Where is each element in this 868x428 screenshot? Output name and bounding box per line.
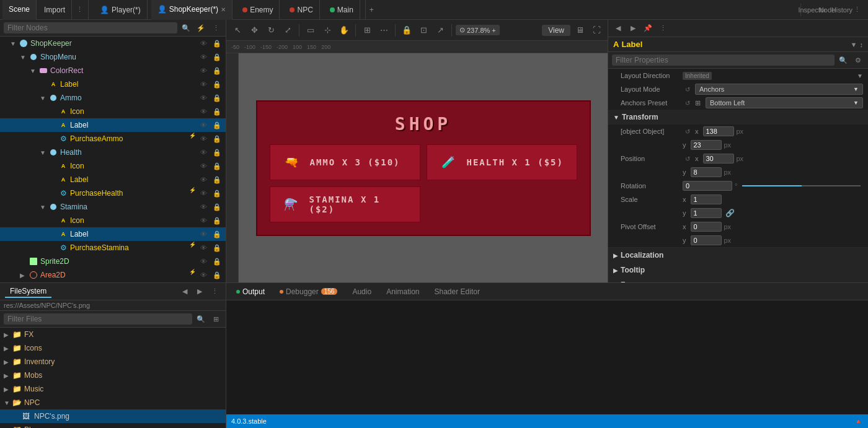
tree-node-purchase-health[interactable]: ⚙ PurchaseHealth ⚡ 👁 🔒 bbox=[0, 186, 226, 200]
stamina-label-lock-btn[interactable]: 🔒 bbox=[211, 228, 223, 240]
fs-item-npc-png[interactable]: 🖼 NPC's.png bbox=[0, 409, 226, 423]
health-lock-btn[interactable]: 🔒 bbox=[211, 146, 223, 159]
view-btn[interactable]: View bbox=[542, 25, 570, 36]
stamina-icon-vis-btn[interactable]: 👁 bbox=[197, 214, 210, 227]
tooltip-section-header[interactable]: ▶ Tooltip bbox=[608, 263, 868, 277]
focus-section-header[interactable]: ▶ Focus bbox=[608, 277, 868, 282]
ammo-icon-lock-btn[interactable]: 🔒 bbox=[211, 105, 223, 118]
tab-import[interactable]: Import bbox=[38, 0, 72, 20]
display-mode-btn[interactable]: 🖥 bbox=[572, 23, 587, 38]
filter-properties-input[interactable] bbox=[612, 55, 835, 66]
viewport-canvas[interactable]: SHOP 🔫 AMMO X 3 ($10) 🧪 HEALT bbox=[239, 53, 608, 282]
expand-area2d-arrow[interactable]: ▶ bbox=[20, 272, 29, 279]
label-colorrect-lock-btn[interactable]: 🔒 bbox=[211, 78, 223, 90]
inspector-options[interactable]: ⋮ bbox=[657, 22, 669, 35]
fs-item-fx[interactable]: ▶ 📁 FX bbox=[0, 328, 226, 341]
ammo-label-vis-btn[interactable]: 👁 bbox=[197, 119, 210, 131]
snap-btn[interactable]: ⊹ bbox=[320, 23, 335, 38]
colorrect-visibility-btn[interactable]: 👁 bbox=[197, 64, 210, 77]
tab-main[interactable]: Main bbox=[324, 0, 360, 20]
purchase-health-lock-btn[interactable]: 🔒 bbox=[211, 187, 223, 199]
fs-options[interactable]: ⋮ bbox=[208, 286, 221, 298]
size-reset[interactable]: ↺ bbox=[683, 126, 693, 136]
filesystem-tab[interactable]: FileSystem bbox=[5, 286, 51, 298]
tree-node-stamina-label[interactable]: A Label 👁 🔒 bbox=[0, 227, 226, 241]
scale-tool-btn[interactable]: ⤢ bbox=[280, 23, 295, 38]
output-tab-shader[interactable]: Shader Editor bbox=[430, 286, 485, 297]
sprite2d-vis-btn[interactable]: 👁 bbox=[197, 255, 210, 268]
fs-item-player[interactable]: ▶ 📁 Player bbox=[0, 423, 226, 428]
shopkeeper-lock-btn[interactable]: 🔒 bbox=[211, 37, 223, 50]
pivot-x-input[interactable] bbox=[691, 222, 722, 232]
output-tab-animation[interactable]: Animation bbox=[381, 286, 424, 297]
tree-node-shopkeeper[interactable]: ▼ ShopKeeper 👁 🔒 bbox=[0, 37, 226, 50]
scale-x-input[interactable] bbox=[691, 194, 722, 204]
scale-y-input[interactable] bbox=[691, 208, 722, 218]
pos-y-input[interactable] bbox=[691, 167, 722, 177]
area2d-vis-btn[interactable]: 👁 bbox=[197, 269, 210, 281]
colorrect-lock-btn[interactable]: 🔒 bbox=[211, 64, 223, 77]
health-icon-lock-btn[interactable]: 🔒 bbox=[211, 160, 223, 172]
pan-btn[interactable]: ✋ bbox=[337, 23, 352, 38]
tree-node-health-icon[interactable]: A Icon 👁 🔒 bbox=[0, 159, 226, 173]
select-tool-btn[interactable]: ↖ bbox=[230, 23, 245, 38]
zoom-display[interactable]: ⊙ 237.8% + bbox=[456, 25, 500, 35]
shop-item-health[interactable]: 🧪 HEALTH X 1 ($5) bbox=[427, 144, 577, 180]
stamina-label-vis-btn[interactable]: 👁 bbox=[197, 228, 210, 240]
filter-settings-btn[interactable]: ⚙ bbox=[852, 54, 864, 66]
shopmenu-visibility-btn[interactable]: 👁 bbox=[197, 51, 210, 63]
tab-enemy[interactable]: Enemy bbox=[236, 0, 280, 20]
purchase-stamina-vis-btn[interactable]: 👁 bbox=[197, 242, 210, 254]
shop-item-stamina[interactable]: ⚗️ STAMINA X 1 ($2) bbox=[270, 186, 420, 222]
connect-signals-btn[interactable]: ⚡ bbox=[195, 22, 207, 34]
inspector-history-fwd[interactable]: ▶ bbox=[627, 22, 639, 35]
tree-node-colorrect[interactable]: ▼ ColorRect 👁 🔒 bbox=[0, 64, 226, 77]
rect-tool-btn[interactable]: ▭ bbox=[303, 23, 318, 38]
tree-node-health-label[interactable]: A Label 👁 🔒 bbox=[0, 173, 226, 186]
purchase-ammo-lock-btn[interactable]: 🔒 bbox=[211, 133, 223, 145]
fs-nav-back[interactable]: ◀ bbox=[179, 286, 191, 298]
grid-btn[interactable]: ⊞ bbox=[360, 23, 374, 38]
history-tab-btn[interactable]: History bbox=[836, 4, 848, 16]
localization-section-header[interactable]: ▶ Localization bbox=[608, 248, 868, 263]
tree-node-ammo[interactable]: ▼ Ammo 👁 🔒 bbox=[0, 91, 226, 105]
ammo-icon-vis-btn[interactable]: 👁 bbox=[197, 105, 210, 118]
fs-nav-fwd[interactable]: ▶ bbox=[193, 286, 206, 298]
label-colorrect-vis-btn[interactable]: 👁 bbox=[197, 78, 210, 90]
tree-node-stamina[interactable]: ▼ Stamina 👁 🔒 bbox=[0, 200, 226, 214]
area2d-lock-btn[interactable]: 🔒 bbox=[211, 269, 223, 281]
shop-item-ammo[interactable]: 🔫 AMMO X 3 ($10) bbox=[270, 144, 420, 180]
purchase-health-vis-btn[interactable]: 👁 bbox=[197, 187, 210, 199]
purchase-stamina-lock-btn[interactable]: 🔒 bbox=[211, 242, 223, 254]
filter-search-btn[interactable]: 🔍 bbox=[837, 54, 849, 66]
inspector-tab-btn[interactable]: Inspector bbox=[806, 4, 818, 16]
tree-node-shopmenu[interactable]: ▼ ShopMenu 👁 🔒 bbox=[0, 50, 226, 64]
lock-btn[interactable]: 🔒 bbox=[399, 23, 414, 38]
search-nodes-input[interactable] bbox=[4, 22, 177, 33]
size-x-input[interactable] bbox=[703, 126, 734, 136]
fs-search-input[interactable] bbox=[4, 313, 192, 325]
more-tools-btn[interactable]: ⋯ bbox=[376, 23, 391, 38]
tab-npc[interactable]: NPC bbox=[283, 0, 319, 20]
stamina-lock-btn[interactable]: 🔒 bbox=[211, 201, 223, 213]
health-label-vis-btn[interactable]: 👁 bbox=[197, 173, 210, 186]
tree-node-label-colorrect[interactable]: A Label 👁 🔒 bbox=[0, 77, 226, 91]
output-tab-debugger[interactable]: Debugger 156 bbox=[275, 286, 342, 297]
tree-node-sprite2d[interactable]: Sprite2D 👁 🔒 bbox=[0, 255, 226, 268]
layout-mode-dropdown[interactable]: Anchors ▼ bbox=[695, 84, 863, 95]
fs-item-music[interactable]: ▶ 📁 Music bbox=[0, 382, 226, 396]
scene-menu-btn[interactable]: ⋮ bbox=[73, 4, 86, 16]
rotation-slider[interactable] bbox=[742, 185, 861, 186]
output-tab-output[interactable]: Output bbox=[231, 286, 270, 297]
tree-node-purchase-ammo[interactable]: ⚙ PurchaseAmmo ⚡ 👁 🔒 bbox=[0, 132, 226, 146]
fs-search-btn[interactable]: 🔍 bbox=[195, 313, 207, 325]
size-y-input[interactable] bbox=[691, 140, 722, 150]
pointer-btn[interactable]: ↗ bbox=[433, 23, 448, 38]
tree-node-health[interactable]: ▼ Health 👁 🔒 bbox=[0, 146, 226, 159]
ammo-lock-btn[interactable]: 🔒 bbox=[211, 92, 223, 104]
tree-node-stamina-icon[interactable]: A Icon 👁 🔒 bbox=[0, 214, 226, 227]
inspector-pin[interactable]: 📌 bbox=[642, 22, 654, 35]
expand-health-arrow[interactable]: ▼ bbox=[40, 149, 48, 156]
rotate-tool-btn[interactable]: ↻ bbox=[264, 23, 278, 38]
tree-node-ammo-icon[interactable]: A Icon 👁 🔒 bbox=[0, 105, 226, 118]
